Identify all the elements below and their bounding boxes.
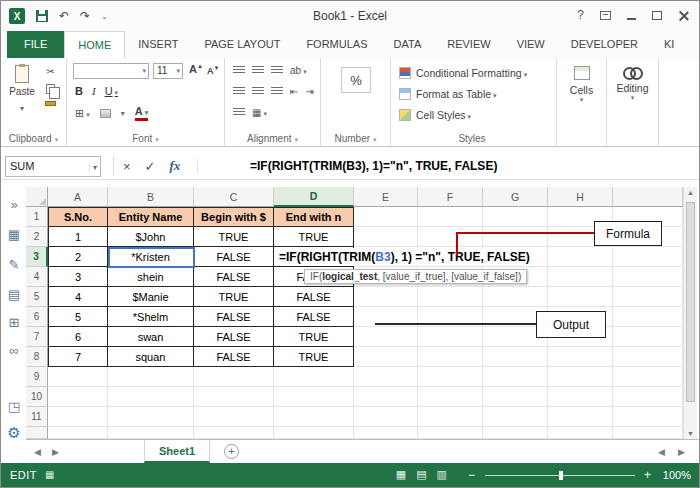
tab-data[interactable]: DATA xyxy=(381,31,435,58)
cell-A3[interactable]: 2 xyxy=(48,247,108,267)
cell-partial-1[interactable] xyxy=(108,427,194,439)
cell-F11[interactable] xyxy=(418,407,483,427)
cell-F7[interactable] xyxy=(418,327,483,347)
grow-font-button[interactable]: A▲ xyxy=(189,63,203,75)
chevron-down-icon[interactable]: ▾ xyxy=(121,109,125,118)
cell-partial-5[interactable] xyxy=(418,427,483,439)
cell-A2[interactable]: 1 xyxy=(48,227,108,247)
font-name-combo[interactable] xyxy=(73,63,149,79)
row-header-7[interactable]: 7 xyxy=(26,327,48,347)
tab-insert[interactable]: INSERT xyxy=(125,31,191,58)
ribbon-display-options-icon[interactable] xyxy=(600,11,611,20)
cell-partial-8[interactable] xyxy=(613,427,683,439)
font-size-combo[interactable]: 11 xyxy=(153,63,183,79)
cell-D1[interactable]: End with n xyxy=(274,207,354,227)
add-sheet-button[interactable]: + xyxy=(224,444,239,459)
cell-I6[interactable] xyxy=(613,307,683,327)
cell-A8[interactable]: 7 xyxy=(48,347,108,367)
column-header-E[interactable]: E xyxy=(354,187,418,207)
row-header-2[interactable]: 2 xyxy=(26,227,48,247)
cell-C1[interactable]: Begin with $ xyxy=(194,207,274,227)
settings-gear-icon[interactable]: ⚙ xyxy=(2,425,26,441)
cell-C2[interactable]: TRUE xyxy=(194,227,274,247)
cell-A1[interactable]: S.No. xyxy=(48,207,108,227)
cell-D2[interactable]: TRUE xyxy=(274,227,354,247)
tab-page-layout[interactable]: PAGE LAYOUT xyxy=(191,31,293,58)
font-group-label[interactable]: Font xyxy=(67,133,224,144)
cell-B10[interactable] xyxy=(108,387,194,407)
cell-I3[interactable] xyxy=(613,247,683,267)
decrease-indent-icon[interactable]: ⇤ xyxy=(290,86,298,97)
cell-B1[interactable]: Entity Name xyxy=(108,207,194,227)
cell-H4[interactable] xyxy=(548,267,613,287)
row-header-5[interactable]: 5 xyxy=(26,287,48,307)
name-box[interactable]: SUM ▾ xyxy=(5,156,101,177)
editing-button[interactable]: Editing ▾ xyxy=(607,66,658,102)
grid-icon[interactable]: ⊞ xyxy=(2,315,26,331)
fill-color-icon[interactable] xyxy=(100,109,111,118)
column-header-filler[interactable] xyxy=(613,187,683,207)
italic-button[interactable]: I xyxy=(92,85,96,97)
row-header-partial[interactable] xyxy=(26,427,48,439)
cell-D8[interactable]: TRUE xyxy=(274,347,354,367)
cut-icon[interactable]: ✂ xyxy=(46,67,54,77)
row-header-3[interactable]: 3 xyxy=(26,247,48,267)
cell-G8[interactable] xyxy=(483,347,548,367)
cell-D7[interactable]: TRUE xyxy=(274,327,354,347)
cell-E7[interactable] xyxy=(354,327,418,347)
cell-I9[interactable] xyxy=(613,367,683,387)
column-header-D[interactable]: D xyxy=(274,187,354,207)
cell-I10[interactable] xyxy=(613,387,683,407)
font-color-button[interactable]: A xyxy=(135,106,148,121)
close-icon[interactable] xyxy=(678,10,689,21)
page-layout-view-icon[interactable]: ▤ xyxy=(416,468,426,481)
align-center-icon[interactable] xyxy=(252,87,264,96)
collapse-chevrons-icon[interactable]: » xyxy=(2,197,26,213)
pen-icon[interactable]: ✎ xyxy=(2,257,26,273)
cell-partial-0[interactable] xyxy=(48,427,108,439)
cell-F2[interactable] xyxy=(418,227,483,247)
cell-G5[interactable] xyxy=(483,287,548,307)
bold-button[interactable]: B xyxy=(75,85,83,97)
zoom-in-icon[interactable]: + xyxy=(644,468,651,482)
row-header-11[interactable]: 11 xyxy=(26,407,48,427)
cell-B5[interactable]: $Manie xyxy=(108,287,194,307)
cell-D6[interactable]: FALSE xyxy=(274,307,354,327)
cell-C9[interactable] xyxy=(194,367,274,387)
select-all-corner[interactable] xyxy=(26,187,48,207)
macro-record-icon[interactable]: ▦ xyxy=(45,469,54,480)
cell-C3[interactable]: FALSE xyxy=(194,247,274,267)
printer-icon[interactable]: ▤ xyxy=(2,287,26,303)
cell-I11[interactable] xyxy=(613,407,683,427)
row-header-9[interactable]: 9 xyxy=(26,367,48,387)
cell-I7[interactable] xyxy=(613,327,683,347)
cell-E10[interactable] xyxy=(354,387,418,407)
cell-H5[interactable] xyxy=(548,287,613,307)
column-header-B[interactable]: B xyxy=(108,187,194,207)
cell-G2[interactable] xyxy=(483,227,548,247)
cell-E8[interactable] xyxy=(354,347,418,367)
cell-partial-3[interactable] xyxy=(274,427,354,439)
cell-F9[interactable] xyxy=(418,367,483,387)
cell-F10[interactable] xyxy=(418,387,483,407)
hscroll-left-icon[interactable]: ◀ xyxy=(658,447,665,457)
hscroll-right-icon[interactable]: ▶ xyxy=(678,447,685,457)
expand-icon[interactable]: ◳ xyxy=(2,399,26,415)
cell-E1[interactable] xyxy=(354,207,418,227)
tab-developer[interactable]: DEVELOPER xyxy=(558,31,651,58)
row-header-1[interactable]: 1 xyxy=(26,207,48,227)
scroll-down-icon[interactable]: ▼ xyxy=(684,430,697,437)
column-header-H[interactable]: H xyxy=(548,187,613,207)
orientation-icon[interactable]: ab xyxy=(290,65,307,76)
cell-A4[interactable]: 3 xyxy=(48,267,108,287)
cell-H9[interactable] xyxy=(548,367,613,387)
cell-C7[interactable]: FALSE xyxy=(194,327,274,347)
cell-partial-6[interactable] xyxy=(483,427,548,439)
help-icon[interactable]: ? xyxy=(577,8,584,22)
sheet-nav-left-icon[interactable]: ◀ xyxy=(34,447,41,457)
cell-B6[interactable]: *Shelm xyxy=(108,307,194,327)
binoculars-icon[interactable]: ∞ xyxy=(2,343,26,359)
cell-edit-formula[interactable]: =IF(RIGHT(TRIM(B3), 1) ="n", TRUE, FALSE… xyxy=(276,248,530,266)
restore-icon[interactable] xyxy=(652,11,662,20)
percent-style-button[interactable]: % xyxy=(341,67,371,93)
